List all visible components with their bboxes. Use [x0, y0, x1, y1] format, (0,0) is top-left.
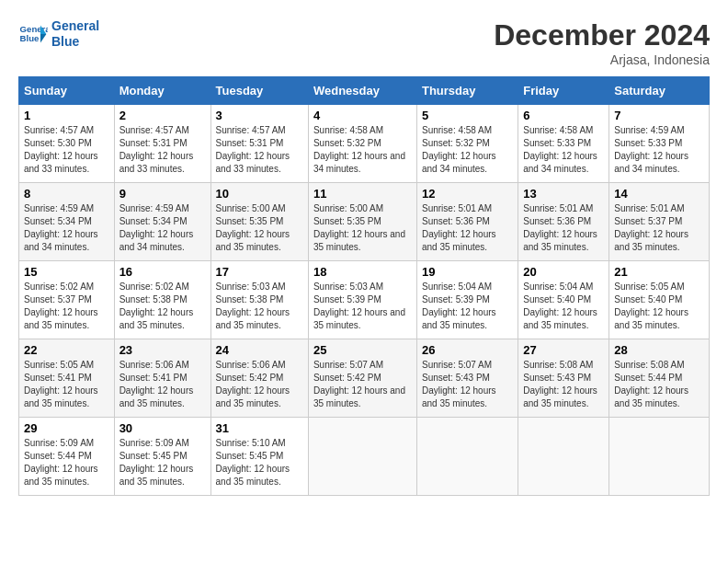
calendar-cell: 7 Sunrise: 4:59 AM Sunset: 5:33 PM Dayli…: [609, 105, 710, 183]
calendar-cell: [416, 418, 518, 496]
day-info: Sunrise: 4:57 AM Sunset: 5:31 PM Dayligh…: [119, 124, 206, 176]
day-info: Sunrise: 5:05 AM Sunset: 5:40 PM Dayligh…: [614, 281, 704, 332]
svg-marker-3: [40, 34, 46, 43]
day-number: 2: [119, 109, 206, 122]
calendar-cell: 27 Sunrise: 5:08 AM Sunset: 5:43 PM Dayl…: [518, 339, 609, 418]
day-info: Sunrise: 5:01 AM Sunset: 5:37 PM Dayligh…: [614, 202, 704, 254]
day-number: 22: [24, 343, 109, 357]
day-number: 23: [119, 343, 206, 357]
day-number: 8: [24, 187, 109, 201]
day-number: 12: [422, 187, 513, 201]
day-info: Sunrise: 5:00 AM Sunset: 5:35 PM Dayligh…: [216, 202, 303, 254]
calendar-cell: 20 Sunrise: 5:04 AM Sunset: 5:40 PM Dayl…: [518, 261, 609, 339]
day-info: Sunrise: 4:58 AM Sunset: 5:32 PM Dayligh…: [313, 124, 412, 176]
day-info: Sunrise: 5:01 AM Sunset: 5:36 PM Dayligh…: [422, 202, 513, 254]
calendar-cell: 31 Sunrise: 5:10 AM Sunset: 5:45 PM Dayl…: [210, 418, 308, 496]
calendar-cell: [308, 418, 416, 496]
day-info: Sunrise: 5:09 AM Sunset: 5:44 PM Dayligh…: [24, 437, 109, 488]
calendar-cell: 9 Sunrise: 4:59 AM Sunset: 5:34 PM Dayli…: [114, 183, 210, 261]
day-info: Sunrise: 5:03 AM Sunset: 5:39 PM Dayligh…: [313, 281, 412, 332]
day-info: Sunrise: 5:06 AM Sunset: 5:42 PM Dayligh…: [216, 359, 303, 410]
day-number: 7: [614, 109, 704, 122]
day-info: Sunrise: 5:04 AM Sunset: 5:39 PM Dayligh…: [422, 281, 513, 332]
calendar-week-row: 1 Sunrise: 4:57 AM Sunset: 5:30 PM Dayli…: [19, 105, 710, 183]
calendar-week-row: 8 Sunrise: 4:59 AM Sunset: 5:34 PM Dayli…: [19, 183, 710, 261]
day-number: 16: [119, 265, 206, 279]
calendar-header-row: SundayMondayTuesdayWednesdayThursdayFrid…: [19, 77, 710, 105]
day-info: Sunrise: 5:02 AM Sunset: 5:38 PM Dayligh…: [119, 281, 206, 332]
day-number: 4: [313, 109, 412, 122]
calendar-cell: 16 Sunrise: 5:02 AM Sunset: 5:38 PM Dayl…: [114, 261, 210, 339]
calendar-cell: 26 Sunrise: 5:07 AM Sunset: 5:43 PM Dayl…: [416, 339, 518, 418]
day-info: Sunrise: 4:58 AM Sunset: 5:33 PM Dayligh…: [523, 124, 604, 176]
day-number: 6: [523, 109, 604, 122]
day-number: 28: [614, 343, 704, 357]
column-header-monday: Monday: [114, 77, 210, 105]
day-number: 24: [216, 343, 303, 357]
calendar-cell: 3 Sunrise: 4:57 AM Sunset: 5:31 PM Dayli…: [210, 105, 308, 183]
calendar-cell: 24 Sunrise: 5:06 AM Sunset: 5:42 PM Dayl…: [210, 339, 308, 418]
day-info: Sunrise: 4:57 AM Sunset: 5:30 PM Dayligh…: [24, 124, 109, 176]
day-number: 13: [523, 187, 604, 201]
calendar-cell: 14 Sunrise: 5:01 AM Sunset: 5:37 PM Dayl…: [609, 183, 710, 261]
calendar-cell: 19 Sunrise: 5:04 AM Sunset: 5:39 PM Dayl…: [416, 261, 518, 339]
logo-line2: Blue: [51, 34, 99, 50]
day-number: 9: [119, 187, 206, 201]
day-number: 25: [313, 343, 412, 357]
calendar-cell: 29 Sunrise: 5:09 AM Sunset: 5:44 PM Dayl…: [19, 418, 115, 496]
month-title: December 2024: [494, 18, 710, 52]
calendar-cell: 25 Sunrise: 5:07 AM Sunset: 5:42 PM Dayl…: [308, 339, 416, 418]
calendar-week-row: 22 Sunrise: 5:05 AM Sunset: 5:41 PM Dayl…: [19, 339, 710, 418]
calendar-week-row: 29 Sunrise: 5:09 AM Sunset: 5:44 PM Dayl…: [19, 418, 710, 496]
day-info: Sunrise: 5:10 AM Sunset: 5:45 PM Dayligh…: [216, 437, 303, 488]
column-header-sunday: Sunday: [19, 77, 115, 105]
day-number: 29: [24, 421, 109, 435]
day-info: Sunrise: 5:02 AM Sunset: 5:37 PM Dayligh…: [24, 281, 109, 332]
logo-line1: General: [51, 18, 99, 34]
day-info: Sunrise: 4:59 AM Sunset: 5:34 PM Dayligh…: [24, 202, 109, 254]
calendar-cell: 2 Sunrise: 4:57 AM Sunset: 5:31 PM Dayli…: [114, 105, 210, 183]
column-header-tuesday: Tuesday: [210, 77, 308, 105]
page-header: General Blue General Blue December 2024 …: [18, 18, 710, 67]
calendar-cell: 18 Sunrise: 5:03 AM Sunset: 5:39 PM Dayl…: [308, 261, 416, 339]
calendar-cell: 22 Sunrise: 5:05 AM Sunset: 5:41 PM Dayl…: [19, 339, 115, 418]
day-number: 3: [216, 109, 303, 122]
day-info: Sunrise: 5:08 AM Sunset: 5:43 PM Dayligh…: [523, 359, 604, 410]
day-number: 11: [313, 187, 412, 201]
calendar-cell: 4 Sunrise: 4:58 AM Sunset: 5:32 PM Dayli…: [308, 105, 416, 183]
calendar-cell: 1 Sunrise: 4:57 AM Sunset: 5:30 PM Dayli…: [19, 105, 115, 183]
day-info: Sunrise: 5:03 AM Sunset: 5:38 PM Dayligh…: [216, 281, 303, 332]
calendar-table: SundayMondayTuesdayWednesdayThursdayFrid…: [18, 76, 710, 496]
column-header-friday: Friday: [518, 77, 609, 105]
calendar-cell: 30 Sunrise: 5:09 AM Sunset: 5:45 PM Dayl…: [114, 418, 210, 496]
day-number: 1: [24, 109, 109, 122]
calendar-cell: 10 Sunrise: 5:00 AM Sunset: 5:35 PM Dayl…: [210, 183, 308, 261]
title-block: December 2024 Arjasa, Indonesia: [494, 18, 710, 67]
calendar-cell: 5 Sunrise: 4:58 AM Sunset: 5:32 PM Dayli…: [416, 105, 518, 183]
day-number: 5: [422, 109, 513, 122]
day-number: 27: [523, 343, 604, 357]
calendar-cell: 13 Sunrise: 5:01 AM Sunset: 5:36 PM Dayl…: [518, 183, 609, 261]
day-info: Sunrise: 5:01 AM Sunset: 5:36 PM Dayligh…: [523, 202, 604, 254]
column-header-wednesday: Wednesday: [308, 77, 416, 105]
day-info: Sunrise: 5:04 AM Sunset: 5:40 PM Dayligh…: [523, 281, 604, 332]
calendar-week-row: 15 Sunrise: 5:02 AM Sunset: 5:37 PM Dayl…: [19, 261, 710, 339]
day-info: Sunrise: 5:08 AM Sunset: 5:44 PM Dayligh…: [614, 359, 704, 410]
calendar-cell: 11 Sunrise: 5:00 AM Sunset: 5:35 PM Dayl…: [308, 183, 416, 261]
calendar-cell: 28 Sunrise: 5:08 AM Sunset: 5:44 PM Dayl…: [609, 339, 710, 418]
calendar-cell: 6 Sunrise: 4:58 AM Sunset: 5:33 PM Dayli…: [518, 105, 609, 183]
logo: General Blue General Blue: [18, 18, 99, 50]
calendar-cell: 23 Sunrise: 5:06 AM Sunset: 5:41 PM Dayl…: [114, 339, 210, 418]
day-info: Sunrise: 5:07 AM Sunset: 5:43 PM Dayligh…: [422, 359, 513, 410]
day-number: 19: [422, 265, 513, 279]
calendar-cell: [609, 418, 710, 496]
day-number: 18: [313, 265, 412, 279]
day-number: 30: [119, 421, 206, 435]
day-number: 14: [614, 187, 704, 201]
column-header-saturday: Saturday: [609, 77, 710, 105]
day-number: 10: [216, 187, 303, 201]
calendar-cell: 15 Sunrise: 5:02 AM Sunset: 5:37 PM Dayl…: [19, 261, 115, 339]
day-number: 20: [523, 265, 604, 279]
calendar-cell: 17 Sunrise: 5:03 AM Sunset: 5:38 PM Dayl…: [210, 261, 308, 339]
column-header-thursday: Thursday: [416, 77, 518, 105]
